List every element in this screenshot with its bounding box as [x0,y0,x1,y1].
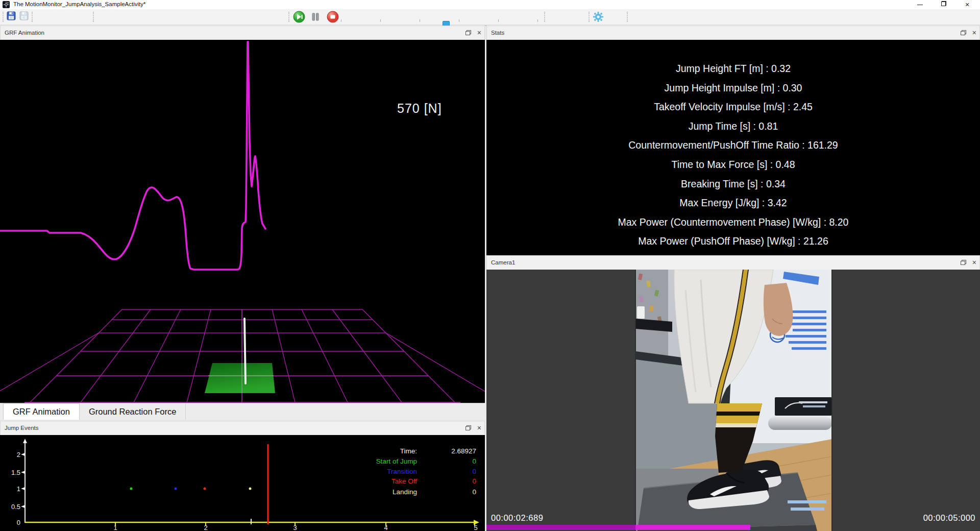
pause-icon [309,11,322,23]
stats-titlebar[interactable]: Stats × [486,26,980,41]
app-icon [3,1,10,8]
record-icon [327,11,339,23]
float-panel-icon[interactable] [465,425,471,430]
grf-panel-title: GRF Animation [5,30,44,36]
close-panel-icon[interactable]: × [477,29,481,36]
slider-tick [537,19,538,22]
grf-3d-scene [0,40,485,403]
save-as-button[interactable] [19,11,31,23]
close-panel-icon[interactable]: × [972,259,976,266]
main-toolbar [0,9,980,25]
frame-marker [251,519,252,524]
close-button[interactable]: × [959,0,976,9]
tab-grf-animation[interactable]: GRF Animation [3,403,80,420]
close-panel-icon[interactable]: × [477,424,481,431]
window-titlebar: The MotionMonitor_JumpAnalysis_SampleAct… [0,0,980,10]
camera-video-area[interactable]: 00:00:02:689 00:00:05:000 [486,270,980,531]
float-panel-icon[interactable] [961,260,966,265]
stats-panel: Stats × Jump Height FT [m] : 0.32 Jump H… [486,26,980,255]
grf-animation-panel: GRF Animation × [0,26,485,420]
close-panel-icon[interactable]: × [972,29,976,36]
camera-titlebar[interactable]: Camera1 × [486,255,980,271]
stat-line: Max Power (PushOff Phase) [W/kg] : 21.26 [486,232,980,251]
toolbar-grip[interactable] [93,12,94,22]
toolbar-grip[interactable] [589,12,590,22]
grf-tabbar: GRF Animation Ground Reaction Force [0,403,485,420]
toolbar-grip[interactable] [32,12,33,22]
slider-tick [341,19,341,22]
window-title: The MotionMonitor_JumpAnalysis_SampleAct… [13,1,146,7]
stat-line: Max Energy [J/kg] : 3.42 [486,194,980,213]
toolbar-grip[interactable] [288,12,289,22]
slider-tick [459,19,459,22]
toolbar-grip[interactable] [3,12,4,22]
video-current-time: 00:00:02:689 [491,513,543,523]
start-of-jump-value: 0 [434,457,476,465]
restore-icon [941,2,945,6]
stat-line: Max Power (Countermovement Phase) [W/kg]… [486,213,980,232]
start-of-jump-marker [130,488,133,490]
take-off-label: Take Off [306,477,417,485]
slider-tick [380,19,381,22]
stat-line: Breaking Time [s] : 0.34 [486,175,980,194]
hand [764,283,793,336]
tab-ground-reaction-force[interactable]: Ground Reaction Force [80,403,186,420]
restore-button[interactable] [935,0,952,9]
y-tick-label: 0 [7,519,20,526]
video-end-time: 00:00:05:000 [923,513,975,523]
time-cursor[interactable] [267,444,269,524]
stat-line: Jump Time [s] : 0.81 [486,117,980,136]
play-button[interactable] [293,11,305,23]
stats-title: Stats [491,30,504,36]
landing-value: 0 [434,488,476,496]
float-panel-icon[interactable] [961,30,966,35]
play-icon [293,11,305,23]
force-plate [205,363,275,393]
settings-button[interactable] [592,11,604,23]
transition-label: Transition [306,468,417,475]
toolbar-grip[interactable] [544,12,545,22]
stat-line: Time to Max Force [s] : 0.48 [486,155,980,175]
grf-curve [0,42,265,270]
x-tick-label: 4 [381,524,391,531]
y-tick-label: 0.5 [7,503,20,511]
slider-tick [498,19,499,22]
save-as-icon [19,11,29,21]
force-vector [244,319,246,383]
toolbar-grip[interactable] [627,12,628,22]
jump-events-title: Jump Events [5,425,38,431]
landing-label: Landing [306,488,417,496]
stat-line: Takeoff Velocity Impulse [m/s] : 2.45 [486,98,980,117]
video-progress-bar[interactable] [486,525,635,530]
record-button[interactable] [327,11,339,23]
roller [768,417,832,430]
landing-marker [249,488,252,490]
time-label: Time: [306,447,417,455]
grf-panel-titlebar[interactable]: GRF Animation × [0,26,485,41]
x-tick-label: 3 [290,524,300,531]
jump-events-titlebar[interactable]: Jump Events × [0,421,485,436]
video-content [635,270,832,531]
transition-marker [175,488,177,490]
stat-line: Jump Height Impulse [m] : 0.30 [486,79,980,98]
gear-icon [592,11,604,23]
jump-events-plot[interactable]: 2 1.5 1 0.5 0 1 2 3 4 5 Time: 2.68927 St… [0,435,485,531]
minimize-button[interactable] [912,0,929,9]
transition-value: 0 [434,468,476,475]
stat-line: Jump Height FT [m] : 0.32 [486,59,980,79]
stats-content: Jump Height FT [m] : 0.32 Jump Height Im… [486,40,980,255]
float-panel-icon[interactable] [465,30,471,35]
camera-video-frame [486,270,980,531]
save-icon [6,11,16,21]
camera-panel: Camera1 × [486,255,980,531]
pause-button[interactable] [309,11,322,23]
video-progress-bar[interactable] [635,525,750,530]
motionmonitor-window: { "window": { "title": "The MotionMonito… [0,0,980,531]
y-tick-label: 2 [7,451,20,458]
save-button[interactable] [6,11,18,23]
slider-tick [420,19,420,22]
take-off-marker [204,488,206,490]
x-tick-label: 2 [201,524,211,531]
start-of-jump-label: Start of Jump [306,457,417,465]
force-value-label: 570 [N] [397,101,442,116]
